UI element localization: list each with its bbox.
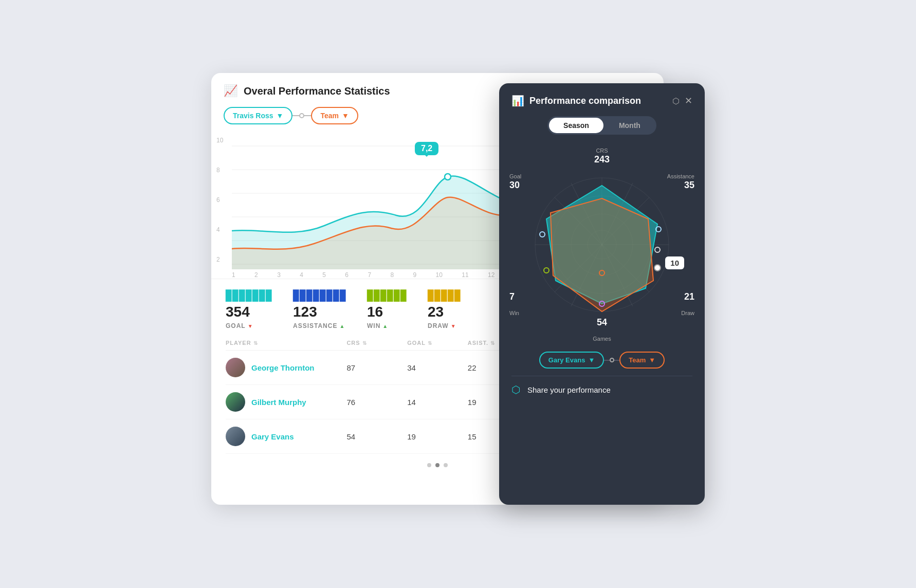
stat-win: ▊▊▊▊▊▊ 16 WIN ▲ xyxy=(367,289,407,329)
tooltip-teal: 7,2 xyxy=(415,142,438,155)
trend-up-icon: ▲ xyxy=(382,323,388,329)
close-button[interactable]: ✕ xyxy=(685,95,692,106)
perf-title: Performance comparison xyxy=(529,96,641,106)
connector-dot xyxy=(299,113,304,118)
dropdown-icon: ▼ xyxy=(649,356,655,364)
win-value: 7 xyxy=(509,291,519,302)
stat-value-win: 16 xyxy=(367,304,383,320)
svg-point-21 xyxy=(655,247,660,252)
title-row: 📈 Overal Performance Statistics xyxy=(224,84,390,98)
radar-label-assistance: Assistance 35 xyxy=(667,173,694,191)
stat-bars-draw: ▊▊▊▊▊ xyxy=(428,289,461,302)
season-month-toggle: Season Month xyxy=(547,116,656,135)
svg-point-24 xyxy=(540,232,545,237)
share-performance-text: Share your performance xyxy=(527,385,611,394)
radar-label-win: 7 Win xyxy=(509,291,519,317)
player-filter-btn[interactable]: Travis Ross ▼ xyxy=(224,107,292,124)
sort-icon[interactable]: ⇅ xyxy=(490,340,495,346)
team-perf-filter-btn[interactable]: Team ▼ xyxy=(619,352,665,369)
perf-header-left: 📊 Performance comparison xyxy=(511,95,641,107)
stat-value-goal: 354 xyxy=(226,304,250,320)
radar-label-games: 54 Games xyxy=(593,317,611,342)
toggle-row: Season Month xyxy=(511,116,692,135)
stat-bars-assistance: ▊▊▊▊▊▊▊▊ xyxy=(293,289,346,302)
player-name[interactable]: Gilbert Murphy xyxy=(251,398,306,407)
player-name[interactable]: Gary Evans xyxy=(251,432,294,441)
radar-label-crs: CRS 243 xyxy=(594,147,610,165)
perf-header: 📊 Performance comparison ⬡ ✕ xyxy=(511,95,692,107)
page-title: Overal Performance Statistics xyxy=(244,85,390,97)
player-cell: Gary Evans xyxy=(226,427,346,446)
trend-down-icon: ▼ xyxy=(248,323,253,329)
avatar xyxy=(226,392,245,412)
team-filter-btn[interactable]: Team ▼ xyxy=(311,107,358,124)
stat-label-assistance: ASSISTANCE ▲ xyxy=(293,322,345,329)
share-performance-icon: ⬡ xyxy=(511,383,520,396)
bar-chart-icon: 📊 xyxy=(511,95,524,107)
avatar xyxy=(226,358,245,377)
radar-label-goal: Goal 30 xyxy=(509,173,521,191)
perf-connector xyxy=(604,360,619,361)
stat-goal: ▊▊▊▊▊▊▊ 354 GOAL ▼ xyxy=(226,289,272,329)
draw-value: 21 xyxy=(681,291,694,302)
avatar xyxy=(226,427,245,446)
svg-point-26 xyxy=(654,265,661,271)
chart-line-icon: 📈 xyxy=(224,84,237,98)
dropdown-icon: ▼ xyxy=(588,356,595,364)
cell-goal: 34 xyxy=(407,363,468,372)
cell-crs: 87 xyxy=(346,363,407,372)
player-name[interactable]: George Thornton xyxy=(251,363,315,372)
col-crs: CRS ⇅ xyxy=(346,340,407,346)
col-player: PLAYER ⇅ xyxy=(226,340,346,346)
stat-label-win: WIN ▲ xyxy=(367,322,388,329)
crs-value: 243 xyxy=(594,154,610,165)
trend-down-icon: ▼ xyxy=(451,323,456,329)
svg-point-6 xyxy=(445,174,451,180)
filter-left: Travis Ross ▼ Team ▼ xyxy=(224,107,358,124)
sort-icon[interactable]: ⇅ xyxy=(362,340,367,346)
stat-bars-win: ▊▊▊▊▊▊ xyxy=(367,289,407,302)
radar-svg xyxy=(515,147,689,342)
player-perf-filter-btn[interactable]: Gary Evans ▼ xyxy=(539,352,604,369)
player-cell: Gilbert Murphy xyxy=(226,392,346,412)
month-toggle-btn[interactable]: Month xyxy=(604,118,655,133)
connector-dot xyxy=(610,358,614,362)
radar-label-draw: 21 Draw xyxy=(681,291,694,317)
cell-goal: 14 xyxy=(407,398,468,407)
cell-crs: 76 xyxy=(346,398,407,407)
stat-value-draw: 23 xyxy=(428,304,444,320)
season-toggle-btn[interactable]: Season xyxy=(549,118,603,133)
page-dot-active[interactable] xyxy=(435,463,439,467)
perf-card: 📊 Performance comparison ⬡ ✕ Season Mont… xyxy=(499,83,705,505)
cell-goal: 19 xyxy=(407,432,468,441)
page-dot[interactable] xyxy=(427,463,431,467)
radar-chart: CRS 243 Assistance 35 21 Draw 54 Games 7… xyxy=(515,147,689,342)
stat-assistance: ▊▊▊▊▊▊▊▊ 123 ASSISTANCE ▲ xyxy=(293,289,346,329)
share-icon[interactable]: ⬡ xyxy=(672,96,680,106)
perf-selectors: Gary Evans ▼ Team ▼ xyxy=(511,352,692,369)
svg-point-22 xyxy=(544,268,549,273)
sort-icon[interactable]: ⇅ xyxy=(253,340,258,346)
col-goal: GOAL ⇅ xyxy=(407,340,468,346)
dropdown-icon: ▼ xyxy=(342,112,349,120)
page-dot[interactable] xyxy=(444,463,448,467)
goal-value: 30 xyxy=(509,180,521,191)
connector-line xyxy=(292,115,311,116)
stat-label-goal: GOAL ▼ xyxy=(226,322,253,329)
svg-marker-19 xyxy=(551,198,653,311)
perf-icons: ⬡ ✕ xyxy=(672,95,692,106)
sort-icon[interactable]: ⇅ xyxy=(428,340,432,346)
stat-bars-goal: ▊▊▊▊▊▊▊ xyxy=(226,289,272,302)
stat-value-assistance: 123 xyxy=(293,304,317,320)
radar-tooltip: 10 xyxy=(665,256,684,269)
assist-value: 35 xyxy=(667,180,694,191)
cell-crs: 54 xyxy=(346,432,407,441)
games-value: 54 xyxy=(593,317,611,328)
dropdown-icon: ▼ xyxy=(277,112,284,120)
stat-draw: ▊▊▊▊▊ 23 DRAW ▼ xyxy=(428,289,461,329)
player-cell: George Thornton xyxy=(226,358,346,377)
trend-up-icon: ▲ xyxy=(339,323,345,329)
share-row[interactable]: ⬡ Share your performance xyxy=(511,376,692,398)
stat-label-draw: DRAW ▼ xyxy=(428,322,456,329)
